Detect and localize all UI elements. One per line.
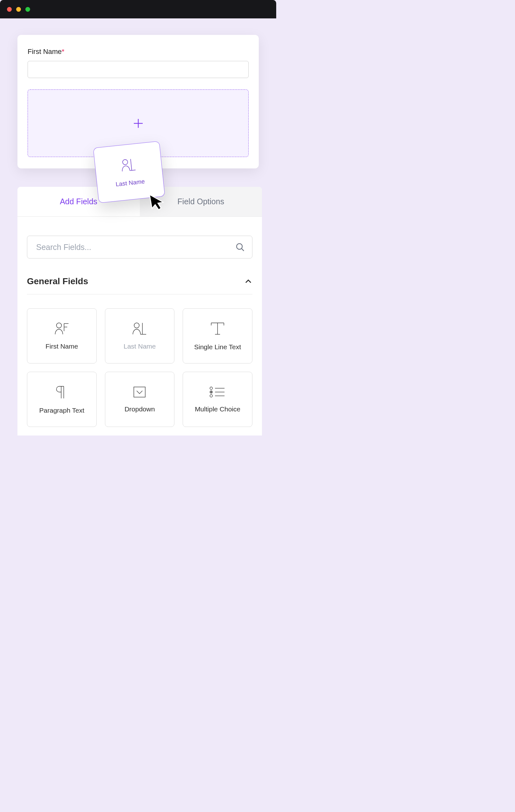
maximize-window-button[interactable] xyxy=(25,7,30,12)
svg-point-22 xyxy=(210,387,212,389)
first-name-label: First Name* xyxy=(28,48,249,56)
tile-label: Paragraph Text xyxy=(39,407,84,414)
svg-point-5 xyxy=(237,243,242,249)
tile-label: First Name xyxy=(46,343,78,350)
field-panel: Add Fields Field Options General Fields xyxy=(18,187,262,435)
section-title: General Fields xyxy=(27,276,88,286)
first-name-input[interactable] xyxy=(28,61,249,78)
svg-line-6 xyxy=(242,249,244,251)
svg-line-4 xyxy=(130,170,135,170)
user-l-icon xyxy=(131,322,148,336)
user-l-icon xyxy=(119,157,137,173)
dragging-tile-label: Last Name xyxy=(115,178,145,188)
close-window-button[interactable] xyxy=(7,7,12,12)
field-tile-dropdown[interactable]: Dropdown xyxy=(105,372,175,427)
chevron-up-icon xyxy=(244,277,252,286)
svg-point-11 xyxy=(134,323,139,328)
plus-icon xyxy=(132,117,145,130)
cursor-icon xyxy=(148,191,169,213)
field-tile-single-line-text[interactable]: Single Line Text xyxy=(183,308,252,364)
form-preview-panel: First Name* Last Name xyxy=(18,35,259,168)
tile-label: Last Name xyxy=(124,343,156,350)
minimize-window-button[interactable] xyxy=(16,7,21,12)
field-tile-paragraph-text[interactable]: Paragraph Text xyxy=(27,372,97,427)
dropdown-icon xyxy=(132,386,147,398)
required-asterisk: * xyxy=(62,48,65,56)
tile-label: Single Line Text xyxy=(194,343,241,351)
svg-point-2 xyxy=(122,159,128,165)
svg-line-3 xyxy=(131,159,132,170)
svg-point-7 xyxy=(56,323,62,328)
search-wrapper xyxy=(27,236,252,259)
window-titlebar xyxy=(0,0,276,19)
svg-rect-21 xyxy=(134,387,145,397)
field-tile-multiple-choice[interactable]: Multiple Choice xyxy=(183,372,252,427)
user-f-icon xyxy=(53,322,70,336)
svg-point-27 xyxy=(210,395,212,397)
panel-body: General Fields First Name xyxy=(18,216,262,435)
list-radio-icon xyxy=(209,386,226,398)
general-fields-header[interactable]: General Fields xyxy=(27,276,252,294)
pilcrow-icon xyxy=(55,384,69,400)
search-fields-input[interactable] xyxy=(27,236,252,259)
svg-point-25 xyxy=(211,392,212,393)
field-label-text: First Name xyxy=(28,48,62,56)
search-icon xyxy=(235,242,245,252)
tile-label: Multiple Choice xyxy=(195,405,240,413)
field-tile-first-name[interactable]: First Name xyxy=(27,308,97,364)
field-grid: First Name Last Name xyxy=(27,308,252,427)
text-t-icon xyxy=(208,321,227,336)
field-tile-last-name[interactable]: Last Name xyxy=(105,308,175,364)
tile-label: Dropdown xyxy=(125,405,155,413)
